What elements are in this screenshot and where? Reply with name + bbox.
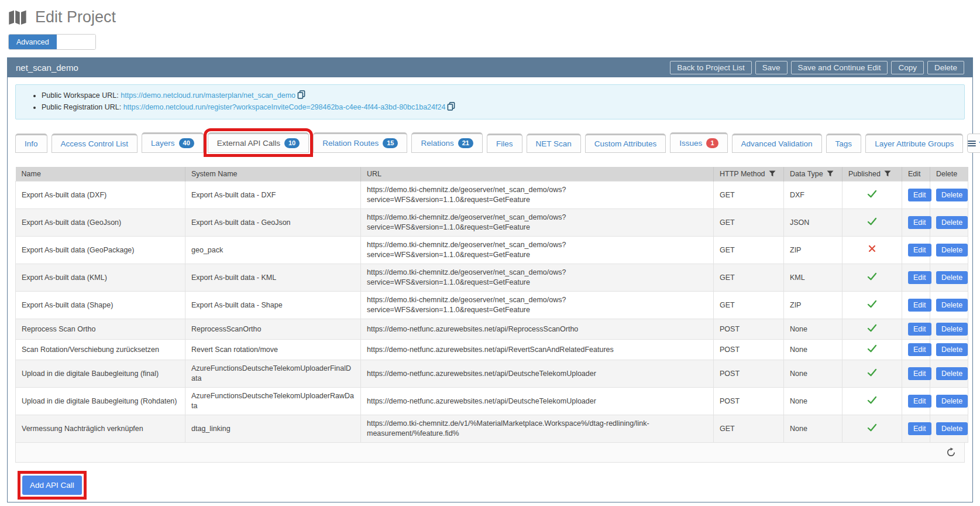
column-header-data-type[interactable]: Data Type: [784, 167, 843, 182]
delete-button[interactable]: Delete: [936, 323, 968, 336]
published-check-icon: [867, 324, 877, 332]
tab-label: Tags: [835, 139, 852, 148]
cell-system-name: Revert Scan rotation/move: [185, 340, 361, 360]
published-check-icon: [867, 300, 877, 308]
delete-button[interactable]: Delete: [936, 343, 968, 356]
cell-http-method: GET: [714, 292, 784, 319]
basic-mode-button[interactable]: [57, 35, 95, 49]
edit-button[interactable]: Edit: [908, 299, 931, 312]
cell-delete: Delete: [930, 237, 968, 264]
cell-edit: Edit: [902, 292, 930, 319]
column-header-url: URL: [361, 167, 714, 182]
copy-button[interactable]: Copy: [891, 61, 924, 74]
table-row: Export As-built data (DXF)Export As-buil…: [16, 182, 968, 209]
tab-access-control-list[interactable]: Access Control List: [51, 134, 138, 153]
delete-button[interactable]: Delete: [936, 189, 968, 201]
table-row: Scan Rotation/Verschiebung zurücksetzenR…: [16, 340, 968, 360]
edit-button[interactable]: Edit: [908, 271, 931, 284]
tab-issues[interactable]: Issues1: [670, 132, 727, 153]
count-badge: 21: [458, 138, 473, 148]
edit-button[interactable]: Edit: [908, 395, 931, 408]
count-badge: 1: [706, 138, 718, 148]
copy-icon[interactable]: [297, 90, 305, 102]
cell-url: https://demo-netfunc.azurewebsites.net/a…: [361, 340, 714, 360]
cell-delete: Delete: [930, 292, 968, 319]
tab-tags[interactable]: Tags: [826, 134, 862, 153]
tab-label: Custom Attributes: [594, 139, 657, 148]
tab-relations[interactable]: Relations21: [411, 132, 483, 153]
cell-delete: Delete: [930, 415, 968, 443]
cell-published: [843, 209, 902, 237]
delete-button[interactable]: Delete: [936, 244, 968, 257]
tab-overflow-menu-button[interactable]: [967, 134, 980, 153]
edit-button[interactable]: Edit: [908, 367, 931, 380]
cell-edit: Edit: [902, 182, 930, 209]
tab-net-scan[interactable]: NET Scan: [527, 134, 581, 153]
column-header-name: Name: [16, 167, 185, 182]
cell-url: https://demo.tki-chemnitz.de/v1/%Materia…: [361, 415, 714, 443]
cell-published: [843, 340, 902, 360]
table-row: Upload in die digitale Baubegleitung (Ro…: [16, 388, 968, 415]
registration-url-item: Public Registration URL: https://demo.ne…: [42, 102, 955, 114]
cell-name: Reprocess Scan Ortho: [16, 319, 185, 340]
cell-delete: Delete: [930, 264, 968, 292]
delete-button[interactable]: Delete: [936, 395, 968, 408]
tab-label: Relation Routes: [322, 139, 379, 148]
count-badge: 15: [383, 138, 398, 148]
tab-relation-routes[interactable]: Relation Routes15: [313, 132, 407, 153]
back-to-project-list-button[interactable]: Back to Project List: [670, 61, 752, 74]
column-header-published[interactable]: Published: [843, 167, 902, 182]
copy-icon[interactable]: [447, 102, 455, 114]
cell-edit: Edit: [902, 340, 930, 360]
edit-button[interactable]: Edit: [908, 216, 931, 229]
table-row: Reprocess Scan OrthoReprocessScanOrthoht…: [16, 319, 968, 340]
tab-advanced-validation[interactable]: Advanced Validation: [732, 134, 822, 153]
tab-label: Relations: [421, 139, 453, 148]
edit-button[interactable]: Edit: [908, 189, 931, 201]
cell-delete: Delete: [930, 319, 968, 340]
delete-button[interactable]: Delete: [936, 271, 968, 284]
delete-button[interactable]: Delete: [936, 216, 968, 229]
cell-name: Scan Rotation/Verschiebung zurücksetzen: [16, 340, 185, 360]
table-row: Export As-built data (GeoPackage)geo_pac…: [16, 237, 968, 264]
table-row: Vermessung Nachträglich verknüpfendtag_l…: [16, 415, 968, 443]
workspace-url-link[interactable]: https://demo.netcloud.run/masterplan/net…: [121, 91, 295, 100]
delete-button[interactable]: Delete: [936, 367, 968, 380]
project-panel: net_scan_demo Back to Project List Save …: [7, 57, 973, 502]
registration-url-label: Public Registration URL:: [42, 103, 121, 111]
delete-button[interactable]: Delete: [936, 299, 968, 312]
cell-http-method: GET: [714, 209, 784, 237]
edit-button[interactable]: Edit: [908, 323, 931, 336]
cell-delete: Delete: [930, 340, 968, 360]
registration-url-link[interactable]: https://demo.netcloud.run/register?works…: [123, 103, 446, 111]
advanced-mode-button[interactable]: Advanced: [9, 35, 57, 49]
tab-layer-attribute-groups[interactable]: Layer Attribute Groups: [865, 134, 963, 153]
column-header-http-method[interactable]: HTTP Method: [714, 167, 784, 182]
save-and-continue-button[interactable]: Save and Continue Edit: [791, 61, 888, 74]
tab-custom-attributes[interactable]: Custom Attributes: [585, 134, 666, 153]
edit-button[interactable]: Edit: [908, 422, 931, 435]
edit-button[interactable]: Edit: [908, 343, 931, 356]
cell-data-type: KML: [784, 264, 843, 292]
add-api-call-button[interactable]: Add API Call: [22, 476, 82, 495]
cell-http-method: GET: [714, 264, 784, 292]
delete-button[interactable]: Delete: [936, 422, 968, 435]
workspace-url-item: Public Workspace URL: https://demo.netcl…: [42, 90, 955, 102]
public-urls-info-box: Public Workspace URL: https://demo.netcl…: [15, 84, 965, 119]
edit-button[interactable]: Edit: [908, 244, 931, 257]
workspace-url-label: Public Workspace URL:: [42, 91, 119, 100]
save-button[interactable]: Save: [755, 61, 788, 74]
tab-info[interactable]: Info: [15, 134, 47, 153]
cell-system-name: dtag_linking: [185, 415, 361, 443]
tab-files[interactable]: Files: [487, 134, 522, 153]
mode-toggle: Advanced: [8, 34, 96, 50]
published-check-icon: [867, 344, 877, 353]
tab-external-api-calls[interactable]: External API Calls10: [208, 132, 309, 153]
refresh-icon[interactable]: [946, 447, 956, 457]
cell-delete: Delete: [930, 388, 968, 415]
delete-button[interactable]: Delete: [927, 61, 964, 74]
table-row: Export As-built data (KML)Export As-buil…: [16, 264, 968, 292]
tab-label: Files: [496, 139, 513, 148]
tab-layers[interactable]: Layers40: [142, 132, 204, 153]
cell-published: [843, 237, 902, 264]
